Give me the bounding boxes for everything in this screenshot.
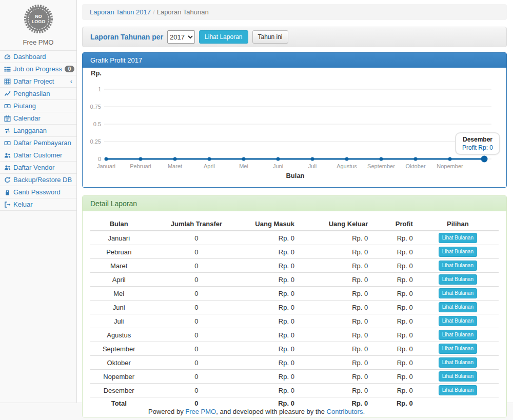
brand-name: Free PMO	[0, 38, 76, 46]
svg-text:Juli: Juli	[308, 163, 317, 169]
sidebar-item-daftar-project[interactable]: Daftar Project ‹	[0, 75, 76, 88]
footer-contributors-link[interactable]: Contributors.	[327, 408, 365, 415]
cell: September	[90, 342, 147, 356]
table-icon	[4, 78, 11, 85]
cell: Rp. 0	[372, 342, 417, 356]
year-report-toolbar: Laporan Tahunan per 2017 Lihat Laporan T…	[82, 27, 507, 47]
lihat-bulanan-button[interactable]: Lihat Bulanan	[439, 385, 477, 395]
svg-text:Januari: Januari	[97, 163, 115, 169]
detail-laporan-table: BulanJumlah TransferUang MasukUang Kelua…	[90, 217, 499, 410]
cell: Rp. 0	[245, 301, 298, 314]
sidebar-item-label: Job on Progress	[13, 65, 62, 73]
svg-text:Bulan: Bulan	[286, 172, 304, 179]
cell: 0	[147, 301, 245, 314]
line-chart-icon	[4, 91, 11, 97]
sidebar-item-ganti-password[interactable]: Ganti Password	[0, 186, 76, 198]
cell: Juli	[90, 314, 147, 328]
cell: Rp. 0	[245, 273, 298, 287]
column-header: Uang Keluar	[299, 217, 372, 231]
lihat-bulanan-button[interactable]: Lihat Bulanan	[439, 316, 477, 326]
breadcrumb: Laporan Tahun 2017/Laporan Tahunan	[82, 4, 507, 20]
cell: Maret	[90, 259, 147, 273]
lihat-bulanan-button[interactable]: Lihat Bulanan	[439, 247, 477, 257]
tahun-ini-button[interactable]: Tahun ini	[252, 30, 288, 44]
cell: Rp. 0	[245, 370, 298, 384]
toolbar-label: Laporan Tahunan per	[90, 33, 163, 41]
footer-brand-link[interactable]: Free PMO	[185, 408, 216, 415]
sidebar-item-daftar-customer[interactable]: Daftar Customer	[0, 149, 76, 162]
profit-line-chart-svg[interactable]: 00.250.50.751JanuariPebruariMaretAprilMe…	[87, 68, 502, 182]
column-header: Pilihan	[417, 217, 499, 231]
cell: April	[90, 273, 147, 287]
table-row: Januari0Rp. 0Rp. 0Rp. 0Lihat Bulanan	[90, 231, 499, 245]
svg-text:NO: NO	[35, 14, 42, 19]
table-row: Maret0Rp. 0Rp. 0Rp. 0Lihat Bulanan	[90, 259, 499, 273]
cell: Rp. 0	[372, 245, 417, 259]
cell: Lihat Bulanan	[417, 370, 499, 384]
svg-text:Nopember: Nopember	[437, 163, 463, 169]
sidebar-item-dashboard[interactable]: Dashboard	[0, 51, 76, 63]
calendar-icon	[4, 115, 11, 122]
svg-text:Mei: Mei	[239, 163, 248, 169]
sidebar-item-label: Ganti Password	[13, 188, 61, 196]
column-header: Jumlah Transfer	[147, 217, 245, 231]
profit-chart: 00.250.50.751JanuariPebruariMaretAprilMe…	[83, 68, 506, 187]
sidebar-item-label: Daftar Vendor	[13, 164, 54, 171]
svg-text:Rp.: Rp.	[91, 69, 102, 77]
cell: Rp. 0	[245, 356, 298, 370]
detail-laporan-panel: Detail Laporan BulanJumlah TransferUang …	[82, 195, 507, 417]
sidebar-item-job-on-progress[interactable]: Job on Progress 0	[0, 63, 76, 75]
lihat-bulanan-button[interactable]: Lihat Bulanan	[439, 371, 477, 382]
sidebar-item-daftar-vendor[interactable]: Daftar Vendor	[0, 162, 76, 174]
sidebar: NO LOGO Free PMO Dashboard Job on Progre…	[0, 0, 77, 403]
cell: Lihat Bulanan	[417, 356, 499, 370]
lihat-bulanan-button[interactable]: Lihat Bulanan	[439, 288, 477, 298]
cell: Nopember	[90, 370, 147, 384]
column-header: Bulan	[90, 217, 147, 231]
lihat-bulanan-button[interactable]: Lihat Bulanan	[439, 344, 477, 354]
cell: Agustus	[90, 328, 147, 342]
footer-text-prefix: Powered by	[148, 408, 185, 415]
tooltip-month: Desember	[462, 136, 493, 143]
breadcrumb-link-laporan-tahun[interactable]: Laporan Tahun 2017	[90, 8, 151, 16]
lihat-bulanan-button[interactable]: Lihat Bulanan	[439, 261, 477, 271]
table-row: Mei0Rp. 0Rp. 0Rp. 0Lihat Bulanan	[90, 287, 499, 301]
sidebar-item-backup-restore-db[interactable]: Backup/Restore DB	[0, 174, 76, 186]
job-count-badge: 0	[65, 66, 75, 72]
table-row: Oktober0Rp. 0Rp. 0Rp. 0Lihat Bulanan	[90, 356, 499, 370]
sidebar-item-calendar[interactable]: Calendar	[0, 112, 76, 125]
table-row: Nopember0Rp. 0Rp. 0Rp. 0Lihat Bulanan	[90, 370, 499, 384]
svg-text:LOGO: LOGO	[31, 19, 45, 24]
svg-text:Maret: Maret	[168, 163, 182, 169]
lihat-bulanan-button[interactable]: Lihat Bulanan	[439, 357, 477, 368]
lihat-bulanan-button[interactable]: Lihat Bulanan	[439, 330, 477, 340]
cell: Rp. 0	[299, 273, 372, 287]
lihat-bulanan-button[interactable]: Lihat Bulanan	[439, 233, 477, 243]
cell: Lihat Bulanan	[417, 314, 499, 328]
lock-icon	[4, 189, 11, 195]
sidebar-item-piutang[interactable]: Piutang	[0, 100, 76, 112]
cell: 0	[147, 342, 245, 356]
cell: 0	[147, 259, 245, 273]
sidebar-item-label: Dashboard	[13, 53, 46, 61]
cell: Rp. 0	[245, 231, 298, 245]
sidebar-item-penghasilan[interactable]: Penghasilan	[0, 88, 76, 100]
cell: 0	[147, 231, 245, 245]
lihat-laporan-button[interactable]: Lihat Laporan	[199, 30, 248, 44]
cell: Mei	[90, 287, 147, 301]
sidebar-item-label: Daftar Project	[13, 77, 54, 85]
page: NO LOGO Free PMO Dashboard Job on Progre…	[0, 0, 513, 403]
lihat-bulanan-button[interactable]: Lihat Bulanan	[439, 274, 477, 285]
year-select[interactable]: 2017	[167, 30, 195, 44]
sidebar-item-label: Keluar	[13, 201, 33, 208]
sidebar-item-label: Daftar Customer	[13, 151, 62, 159]
svg-text:0.5: 0.5	[93, 121, 101, 127]
sidebar-item-langganan[interactable]: Langganan	[0, 125, 76, 137]
sidebar-item-keluar[interactable]: Keluar	[0, 198, 76, 211]
sidebar-item-daftar-pembayaran[interactable]: Daftar Pembayaran	[0, 137, 76, 149]
brand-block[interactable]: NO LOGO Free PMO	[0, 0, 76, 51]
chart-panel-title: Grafik Profit 2017	[83, 53, 506, 68]
cell: Rp. 0	[299, 301, 372, 314]
lihat-bulanan-button[interactable]: Lihat Bulanan	[439, 302, 477, 312]
sidebar-item-label: Calendar	[13, 114, 41, 122]
